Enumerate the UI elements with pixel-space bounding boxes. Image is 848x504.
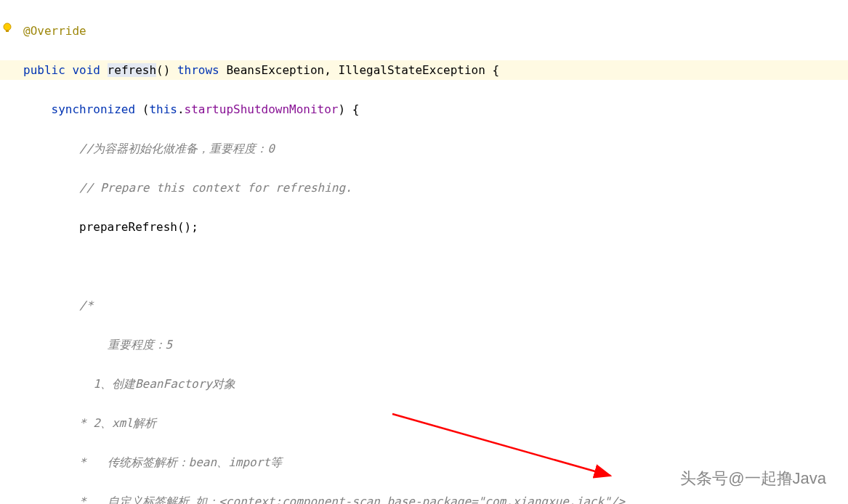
code-line: prepareRefresh(); bbox=[23, 217, 848, 237]
keyword-public: public bbox=[23, 63, 65, 77]
keyword-void: void bbox=[72, 63, 100, 77]
comment: * 传统标签解析：bean、import等 bbox=[79, 455, 282, 469]
code-editor[interactable]: @Override public void refresh() throws B… bbox=[0, 0, 848, 504]
annotation: @Override bbox=[23, 24, 86, 38]
paren-brace: ) { bbox=[339, 102, 360, 116]
code-line: * 自定义标签解析 如：<context:component-scan base… bbox=[23, 492, 848, 504]
method-call: prepareRefresh(); bbox=[79, 220, 198, 234]
dot: . bbox=[177, 102, 185, 116]
field-ref: startupShutdownMonitor bbox=[185, 102, 339, 116]
code-line bbox=[23, 256, 848, 276]
comment: // Prepare this context for refreshing. bbox=[79, 181, 352, 195]
keyword-this: this bbox=[149, 102, 177, 116]
paren: ( bbox=[142, 102, 150, 116]
intention-bulb-icon[interactable] bbox=[1, 22, 13, 33]
code-line: //为容器初始化做准备，重要程度：0 bbox=[23, 139, 848, 158]
code-line: // Prepare this context for refreshing. bbox=[23, 178, 848, 198]
svg-point-0 bbox=[4, 23, 11, 31]
exception-list: BeansException, IllegalStateException { bbox=[226, 63, 499, 77]
parentheses: () bbox=[156, 63, 170, 77]
comment: 重要程度：5 bbox=[79, 338, 172, 351]
code-line: * 2、xml解析 bbox=[23, 413, 848, 433]
code-line: @Override bbox=[23, 21, 848, 41]
code-line-highlighted: public void refresh() throws BeansExcept… bbox=[0, 60, 848, 80]
watermark-text: 头条号@一起撸Java bbox=[680, 468, 826, 489]
keyword-synchronized: synchronized bbox=[52, 102, 136, 116]
code-line: synchronized (this.startupShutdownMonito… bbox=[23, 99, 848, 119]
method-name: refresh bbox=[108, 63, 156, 77]
keyword-throws: throws bbox=[177, 63, 219, 77]
code-line: 重要程度：5 bbox=[23, 335, 848, 354]
code-line: 1、创建BeanFactory对象 bbox=[23, 374, 848, 394]
comment: * 自定义标签解析 如：<context:component-scan base… bbox=[79, 495, 625, 504]
comment: * 2、xml解析 bbox=[79, 416, 156, 430]
comment: 1、创建BeanFactory对象 bbox=[79, 377, 235, 391]
comment: //为容器初始化做准备，重要程度：0 bbox=[79, 142, 275, 155]
comment: /* bbox=[79, 298, 93, 312]
code-line: /* bbox=[23, 296, 848, 315]
svg-rect-1 bbox=[6, 30, 9, 32]
